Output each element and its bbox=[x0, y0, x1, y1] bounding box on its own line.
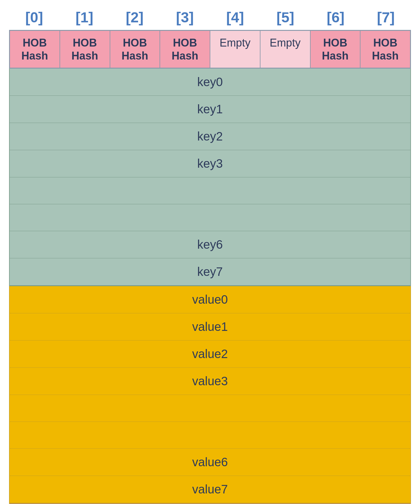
value-row-7: value7 bbox=[10, 476, 410, 503]
hob-cell-0: HOBHash bbox=[10, 31, 60, 68]
index-3: [3] bbox=[160, 6, 210, 29]
hob-cell-4: Empty bbox=[210, 31, 260, 68]
index-6: [6] bbox=[311, 6, 361, 29]
key-row-0: key0 bbox=[10, 69, 410, 96]
value-row-6: value6 bbox=[10, 449, 410, 476]
index-2: [2] bbox=[110, 6, 160, 29]
hob-row: HOBHash HOBHash HOBHash HOBHash Empty Em… bbox=[9, 30, 411, 69]
index-7: [7] bbox=[361, 6, 411, 29]
key-row-7: key7 bbox=[10, 258, 410, 286]
value-row-0: value0 bbox=[10, 286, 410, 313]
hob-cell-6: HOBHash bbox=[310, 31, 360, 68]
key-row-2: key2 bbox=[10, 123, 410, 150]
index-5: [5] bbox=[260, 6, 310, 29]
key-row-6: key6 bbox=[10, 231, 410, 258]
hob-cell-3: HOBHash bbox=[160, 31, 210, 68]
main-container: [0] [1] [2] [3] [4] [5] [6] [7] HOBHash … bbox=[9, 6, 411, 504]
hob-cell-1: HOBHash bbox=[60, 31, 110, 68]
hob-cell-7: HOBHash bbox=[360, 31, 410, 68]
key-row-5-empty bbox=[10, 204, 410, 231]
index-0: [0] bbox=[9, 6, 59, 29]
value-row-5-empty bbox=[10, 422, 410, 449]
index-4: [4] bbox=[210, 6, 260, 29]
hob-cell-2: HOBHash bbox=[110, 31, 160, 68]
key-section: key0 key1 key2 key3 key6 key7 bbox=[9, 69, 411, 286]
hob-cell-5: Empty bbox=[260, 31, 310, 68]
value-row-1: value1 bbox=[10, 313, 410, 341]
key-row-3: key3 bbox=[10, 150, 410, 177]
key-row-1: key1 bbox=[10, 96, 410, 123]
key-row-4-empty bbox=[10, 177, 410, 204]
value-row-4-empty bbox=[10, 395, 410, 422]
index-row: [0] [1] [2] [3] [4] [5] [6] [7] bbox=[9, 6, 411, 29]
value-section: value0 value1 value2 value3 value6 value… bbox=[9, 286, 411, 504]
value-row-2: value2 bbox=[10, 341, 410, 368]
index-1: [1] bbox=[59, 6, 109, 29]
value-row-3: value3 bbox=[10, 368, 410, 395]
